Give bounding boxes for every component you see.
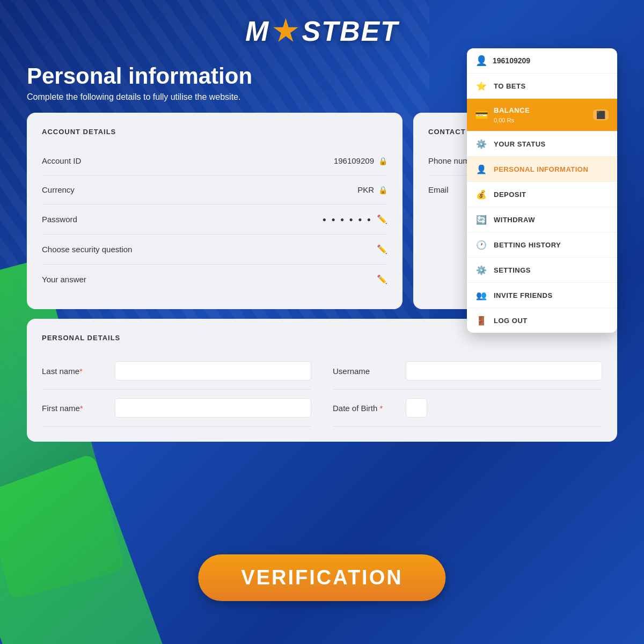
required-star-dob: * bbox=[380, 404, 383, 413]
menu-item-deposit[interactable]: 💰 DEPOSIT bbox=[467, 182, 617, 207]
field-security-question: Choose security question ✏️ bbox=[42, 235, 387, 265]
field-label-first-name: First name* bbox=[42, 404, 106, 413]
account-details-card: ACCOUNT DETAILS Account ID 196109209 🔒 C… bbox=[27, 113, 402, 309]
menu-item-personal-information[interactable]: 👤 PERSONAL INFORMATION bbox=[467, 157, 617, 182]
lock-icon-account-id: 🔒 bbox=[378, 157, 387, 165]
balance-info: BALANCE 0,00 Rs bbox=[494, 105, 530, 125]
wallet-icon: 💳 bbox=[475, 109, 487, 121]
field-currency: Currency PKR 🔒 bbox=[42, 175, 387, 204]
settings-icon: ⚙️ bbox=[475, 264, 487, 276]
menu-item-settings[interactable]: ⚙️ SETTINGS bbox=[467, 258, 617, 283]
field-label-email: Email bbox=[428, 185, 449, 194]
menu-label-balance: BALANCE bbox=[494, 106, 530, 114]
field-value-security-question: ✏️ bbox=[377, 244, 387, 254]
verification-button[interactable]: VERIFICATION bbox=[198, 554, 445, 601]
field-value-password: ● ● ● ● ● ● ✏️ bbox=[323, 214, 387, 224]
edit-icon-your-answer[interactable]: ✏️ bbox=[377, 274, 387, 284]
field-value-account-id: 196109209 🔒 bbox=[334, 156, 387, 165]
field-label-currency: Currency bbox=[42, 185, 75, 194]
logo: M STBET bbox=[245, 15, 399, 47]
field-label-your-answer: Your answer bbox=[42, 275, 86, 284]
personal-details-title: PERSONAL DETAILS bbox=[42, 334, 602, 342]
person-icon: 👤 bbox=[475, 163, 487, 175]
balance-action-icon[interactable]: ⬛ bbox=[593, 109, 609, 120]
password-dots: ● ● ● ● ● ● bbox=[323, 216, 372, 223]
field-first-name: First name* bbox=[42, 390, 311, 427]
field-dob: Date of Birth * bbox=[333, 390, 602, 427]
menu-label-personal-information: PERSONAL INFORMATION bbox=[494, 165, 588, 173]
menu-label-log-out: LOG OUT bbox=[494, 317, 528, 325]
menu-item-log-out[interactable]: 🚪 LOG OUT bbox=[467, 308, 617, 333]
clock-icon: 🕐 bbox=[475, 239, 487, 251]
deposit-icon: 💰 bbox=[475, 188, 487, 200]
logout-icon: 🚪 bbox=[475, 314, 487, 326]
required-star-last-name: * bbox=[79, 367, 83, 376]
field-password: Password ● ● ● ● ● ● ✏️ bbox=[42, 204, 387, 235]
field-value-your-answer: ✏️ bbox=[377, 274, 387, 284]
field-label-username: Username bbox=[333, 367, 397, 376]
logo-text-right: STBET bbox=[302, 15, 398, 47]
field-value-currency: PKR 🔒 bbox=[357, 185, 387, 194]
menu-label-to-bets: TO BETS bbox=[494, 82, 526, 90]
field-account-id: Account ID 196109209 🔒 bbox=[42, 147, 387, 175]
menu-item-withdraw[interactable]: 🔄 WITHDRAW bbox=[467, 207, 617, 232]
invite-icon: 👥 bbox=[475, 289, 487, 301]
menu-item-balance[interactable]: 💳 BALANCE 0,00 Rs ⬛ bbox=[467, 99, 617, 131]
logo-star-icon bbox=[273, 18, 298, 44]
personal-details-card: PERSONAL DETAILS Last name* Username Fir… bbox=[27, 319, 617, 442]
star-icon: ⭐ bbox=[475, 80, 487, 92]
menu-item-your-status[interactable]: ⚙️ YOUR STATUS bbox=[467, 131, 617, 157]
last-name-input[interactable] bbox=[115, 361, 311, 380]
edit-icon-security-question[interactable]: ✏️ bbox=[377, 244, 387, 254]
account-details-title: ACCOUNT DETAILS bbox=[42, 128, 387, 136]
required-star-first-name: * bbox=[80, 404, 83, 413]
menu-label-settings: SETTINGS bbox=[494, 266, 531, 274]
dob-input[interactable] bbox=[406, 398, 427, 418]
withdraw-icon: 🔄 bbox=[475, 214, 487, 225]
menu-label-betting-history: BETTING HISTORY bbox=[494, 241, 561, 249]
menu-label-invite-friends: INVITE FRIENDS bbox=[494, 291, 553, 299]
field-label-account-id: Account ID bbox=[42, 156, 81, 165]
menu-label-deposit: DEPOSIT bbox=[494, 191, 526, 199]
balance-sub-text: 0,00 Rs bbox=[494, 117, 514, 123]
menu-item-betting-history[interactable]: 🕐 BETTING HISTORY bbox=[467, 232, 617, 258]
field-username: Username bbox=[333, 353, 602, 390]
menu-label-your-status: YOUR STATUS bbox=[494, 140, 546, 148]
user-id-text: 196109209 bbox=[493, 56, 530, 65]
user-id-row: 👤 196109209 bbox=[467, 48, 617, 74]
menu-item-invite-friends[interactable]: 👥 INVITE FRIENDS bbox=[467, 283, 617, 308]
first-name-input[interactable] bbox=[115, 398, 311, 418]
username-input[interactable] bbox=[406, 361, 602, 380]
edit-icon-password[interactable]: ✏️ bbox=[377, 214, 387, 224]
field-label-dob: Date of Birth * bbox=[333, 404, 397, 413]
dropdown-menu: 👤 196109209 ⭐ TO BETS 💳 BALANCE 0,00 Rs … bbox=[467, 48, 617, 333]
menu-item-to-bets[interactable]: ⭐ TO BETS bbox=[467, 74, 617, 99]
logo-text-left: M bbox=[245, 15, 269, 47]
status-icon: ⚙️ bbox=[475, 138, 487, 150]
menu-label-withdraw: WITHDRAW bbox=[494, 216, 535, 224]
field-your-answer: Your answer ✏️ bbox=[42, 265, 387, 294]
lock-icon-currency: 🔒 bbox=[378, 186, 387, 194]
personal-fields-grid: Last name* Username First name* Date of … bbox=[42, 353, 602, 427]
field-label-last-name: Last name* bbox=[42, 367, 106, 376]
field-last-name: Last name* bbox=[42, 353, 311, 390]
field-label-password: Password bbox=[42, 215, 77, 224]
field-label-security-question: Choose security question bbox=[42, 245, 132, 254]
user-circle-icon: 👤 bbox=[475, 55, 487, 67]
